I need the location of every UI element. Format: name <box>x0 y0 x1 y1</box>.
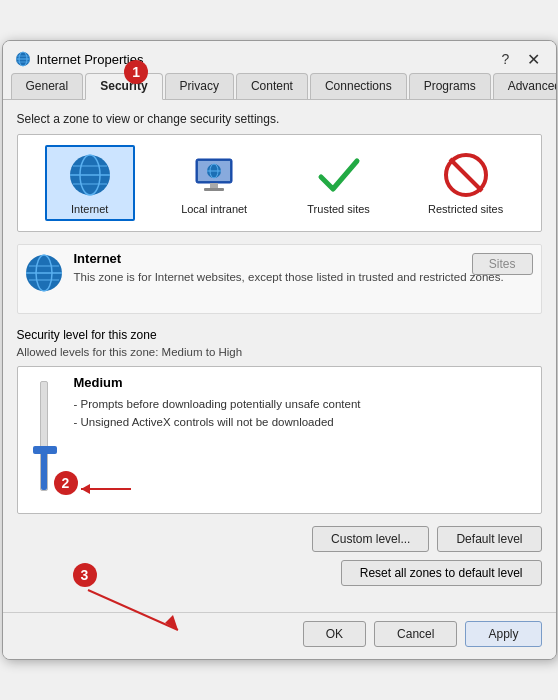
tab-content[interactable]: Content <box>236 73 308 99</box>
zone-trusted-label: Trusted sites <box>307 203 370 215</box>
security-tab-content: Select a zone to view or change security… <box>3 99 556 612</box>
tab-programs[interactable]: Programs <box>409 73 491 99</box>
level-description: Medium - Prompts before downloading pote… <box>74 375 533 432</box>
tab-advanced[interactable]: Advanced <box>493 73 557 99</box>
badge-3: 3 <box>73 563 97 587</box>
svg-line-26 <box>88 590 178 630</box>
badge-2: 2 <box>54 471 78 495</box>
security-level-title: Security level for this zone <box>17 328 542 342</box>
app-icon <box>15 51 31 67</box>
bottom-buttons: 3 OK Cancel Apply <box>3 612 556 659</box>
zone-trusted-sites[interactable]: Trusted sites <box>294 145 384 221</box>
zone-info-row: Internet This zone is for Internet websi… <box>17 244 542 314</box>
zone-restricted-icon <box>442 151 490 199</box>
zone-local-intranet[interactable]: Local intranet <box>169 145 259 221</box>
slider-track <box>40 381 48 491</box>
ok-button[interactable]: OK <box>303 621 366 647</box>
zone-restricted-label: Restricted sites <box>428 203 503 215</box>
tab-connections[interactable]: Connections <box>310 73 407 99</box>
level-point-2: - Unsigned ActiveX controls will not be … <box>74 413 533 431</box>
default-level-button[interactable]: Default level <box>437 526 541 552</box>
help-button[interactable]: ? <box>496 49 516 69</box>
zone-intranet-label: Local intranet <box>181 203 247 215</box>
level-points: - Prompts before downloading potentially… <box>74 395 533 432</box>
security-level-section: Security level for this zone Allowed lev… <box>17 328 542 514</box>
custom-level-button[interactable]: Custom level... <box>312 526 429 552</box>
zone-trusted-icon <box>315 151 363 199</box>
apply-button[interactable]: Apply <box>465 621 541 647</box>
slider-fill <box>41 452 47 490</box>
zone-info-icon <box>24 253 64 293</box>
internet-properties-window: Internet Properties ? ✕ General Security… <box>2 40 557 660</box>
level-buttons-row: Custom level... Default level <box>17 526 542 552</box>
zone-instruction: Select a zone to view or change security… <box>17 112 542 126</box>
title-bar: Internet Properties ? ✕ <box>3 41 556 69</box>
badge-2-container: 2 <box>54 471 78 495</box>
arrow-3 <box>83 585 203 635</box>
svg-line-18 <box>450 159 482 191</box>
tab-security[interactable]: Security 1 <box>85 73 162 100</box>
zone-internet[interactable]: Internet <box>45 145 135 221</box>
close-button[interactable]: ✕ <box>524 49 544 69</box>
zone-restricted-sites[interactable]: Restricted sites <box>418 145 513 221</box>
zone-internet-label: Internet <box>71 203 108 215</box>
badge-3-container: 3 <box>73 563 97 587</box>
title-controls: ? ✕ <box>496 49 544 69</box>
zone-intranet-icon <box>190 151 238 199</box>
level-point-1: - Prompts before downloading potentially… <box>74 395 533 413</box>
zone-internet-icon <box>66 151 114 199</box>
reset-all-button[interactable]: Reset all zones to default level <box>341 560 542 586</box>
zones-box: Internet <box>17 134 542 232</box>
level-name: Medium <box>74 375 533 390</box>
zone-description: This zone is for Internet websites, exce… <box>74 269 535 286</box>
sites-button[interactable]: Sites <box>472 253 533 275</box>
title-left: Internet Properties <box>15 51 144 67</box>
tab-privacy[interactable]: Privacy <box>165 73 234 99</box>
cancel-button[interactable]: Cancel <box>374 621 457 647</box>
level-box: 2 Medium - Prompts before downloading po… <box>17 366 542 514</box>
svg-rect-13 <box>204 188 224 191</box>
slider-thumb <box>33 446 57 454</box>
zone-name: Internet <box>74 251 535 266</box>
svg-marker-25 <box>81 484 90 494</box>
arrow-2 <box>76 479 136 499</box>
tabs-bar: General Security 1 Privacy Content Conne… <box>3 69 556 99</box>
tab-general[interactable]: General <box>11 73 84 99</box>
allowed-levels-label: Allowed levels for this zone: Medium to … <box>17 346 542 358</box>
zone-info-text: Internet This zone is for Internet websi… <box>74 251 535 286</box>
